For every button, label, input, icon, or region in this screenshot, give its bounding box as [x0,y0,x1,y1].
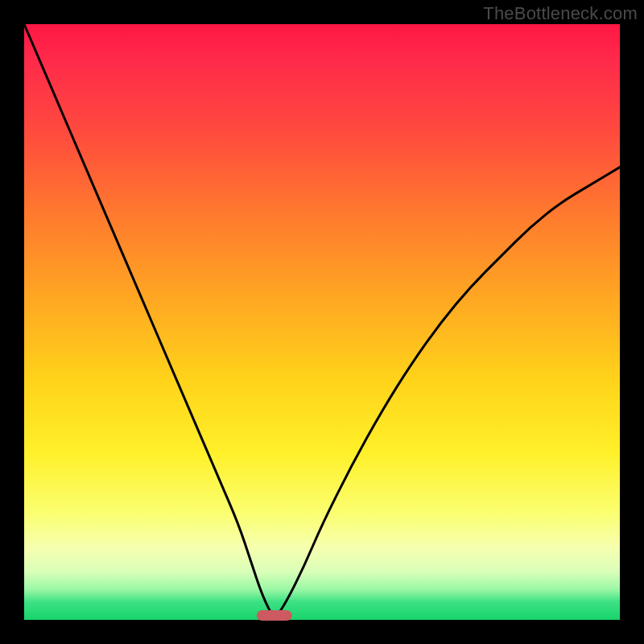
plot-area [24,24,620,620]
chart-frame: TheBottleneck.com [0,0,644,644]
watermark-text: TheBottleneck.com [483,3,638,24]
bottleneck-curve [24,24,620,620]
optimum-marker [257,610,292,621]
